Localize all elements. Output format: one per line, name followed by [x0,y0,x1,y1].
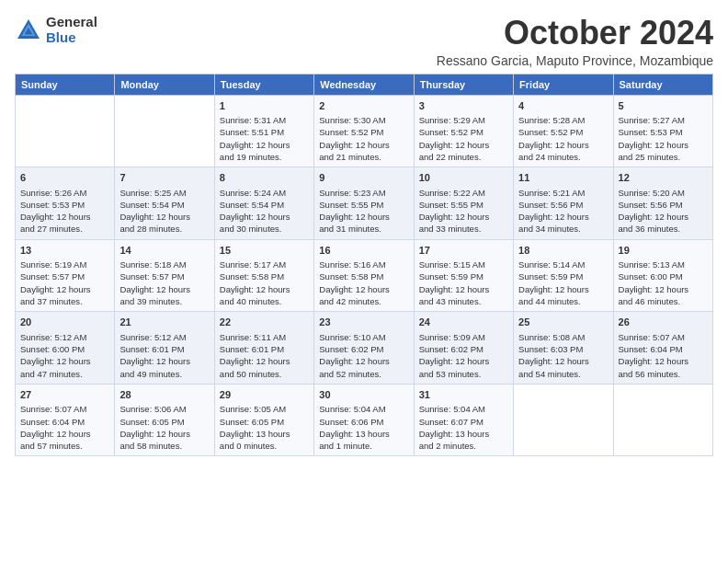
logo-general-label: General [46,15,97,30]
col-friday: Friday [514,74,613,95]
cell-w4-d6: 25Sunrise: 5:08 AM Sunset: 6:03 PM Dayli… [514,312,613,385]
week-row-4: 20Sunrise: 5:12 AM Sunset: 6:00 PM Dayli… [16,312,713,385]
day-number: 14 [119,244,209,258]
cell-w3-d6: 18Sunrise: 5:14 AM Sunset: 5:59 PM Dayli… [514,239,613,312]
cell-info: Sunrise: 5:18 AM Sunset: 5:57 PM Dayligh… [119,259,209,307]
calendar-body: 1Sunrise: 5:31 AM Sunset: 5:51 PM Daylig… [16,95,713,456]
cell-info: Sunrise: 5:27 AM Sunset: 5:53 PM Dayligh… [619,114,708,163]
cell-w2-d4: 9Sunrise: 5:23 AM Sunset: 5:55 PM Daylig… [314,167,414,240]
cell-w3-d5: 17Sunrise: 5:15 AM Sunset: 5:59 PM Dayli… [414,239,513,312]
cell-info: Sunrise: 5:20 AM Sunset: 5:56 PM Dayligh… [619,187,708,236]
col-sunday: Sunday [16,74,115,95]
cell-info: Sunrise: 5:31 AM Sunset: 5:51 PM Dayligh… [220,114,309,163]
week-row-3: 13Sunrise: 5:19 AM Sunset: 5:57 PM Dayli… [16,239,713,312]
day-number: 25 [518,316,608,329]
cell-info: Sunrise: 5:29 AM Sunset: 5:52 PM Dayligh… [419,114,508,163]
cell-w5-d2: 28Sunrise: 5:06 AM Sunset: 6:05 PM Dayli… [115,384,214,456]
logo-blue-label: Blue [46,30,97,46]
cell-info: Sunrise: 5:04 AM Sunset: 6:07 PM Dayligh… [419,403,508,452]
day-number: 24 [419,316,508,329]
cell-info: Sunrise: 5:12 AM Sunset: 6:00 PM Dayligh… [20,331,109,380]
cell-info: Sunrise: 5:10 AM Sunset: 6:02 PM Dayligh… [319,331,408,380]
day-number: 21 [119,316,209,329]
cell-info: Sunrise: 5:30 AM Sunset: 5:52 PM Dayligh… [319,114,408,163]
cell-info: Sunrise: 5:28 AM Sunset: 5:52 PM Dayligh… [518,114,608,163]
day-number: 7 [119,171,209,185]
cell-info: Sunrise: 5:19 AM Sunset: 5:57 PM Dayligh… [20,259,109,307]
cell-info: Sunrise: 5:07 AM Sunset: 6:04 PM Dayligh… [619,331,708,380]
cell-w2-d3: 8Sunrise: 5:24 AM Sunset: 5:54 PM Daylig… [214,167,313,240]
day-number: 31 [419,388,508,402]
cell-w5-d1: 27Sunrise: 5:07 AM Sunset: 6:04 PM Dayli… [16,384,115,456]
cell-info: Sunrise: 5:13 AM Sunset: 6:00 PM Dayligh… [619,259,708,307]
cell-w4-d7: 26Sunrise: 5:07 AM Sunset: 6:04 PM Dayli… [613,312,712,385]
cell-w4-d1: 20Sunrise: 5:12 AM Sunset: 6:00 PM Dayli… [16,312,115,385]
cell-w2-d1: 6Sunrise: 5:26 AM Sunset: 5:53 PM Daylig… [16,167,115,240]
cell-w2-d6: 11Sunrise: 5:21 AM Sunset: 5:56 PM Dayli… [514,167,613,240]
cell-w1-d3: 1Sunrise: 5:31 AM Sunset: 5:51 PM Daylig… [214,95,313,167]
cell-info: Sunrise: 5:15 AM Sunset: 5:59 PM Dayligh… [419,259,508,307]
calendar-table: Sunday Monday Tuesday Wednesday Thursday… [15,74,713,457]
cell-w2-d2: 7Sunrise: 5:25 AM Sunset: 5:54 PM Daylig… [115,167,214,240]
day-number: 2 [319,99,408,113]
title-block: October 2024 Ressano Garcia, Maputo Prov… [437,15,713,68]
day-number: 15 [220,244,309,258]
cell-info: Sunrise: 5:04 AM Sunset: 6:06 PM Dayligh… [319,403,408,452]
cell-info: Sunrise: 5:07 AM Sunset: 6:04 PM Dayligh… [20,403,109,452]
week-row-1: 1Sunrise: 5:31 AM Sunset: 5:51 PM Daylig… [16,95,713,167]
day-number: 3 [419,99,508,113]
cell-info: Sunrise: 5:24 AM Sunset: 5:54 PM Dayligh… [220,187,309,236]
logo-icon [15,17,42,44]
cell-w5-d3: 29Sunrise: 5:05 AM Sunset: 6:05 PM Dayli… [214,384,313,456]
cell-w3-d2: 14Sunrise: 5:18 AM Sunset: 5:57 PM Dayli… [115,239,214,312]
cell-w1-d2 [115,95,214,167]
cell-info: Sunrise: 5:11 AM Sunset: 6:01 PM Dayligh… [220,331,309,380]
cell-info: Sunrise: 5:05 AM Sunset: 6:05 PM Dayligh… [220,403,309,452]
cell-info: Sunrise: 5:16 AM Sunset: 5:58 PM Dayligh… [319,259,408,307]
col-tuesday: Tuesday [214,74,313,95]
logo-text: General Blue [46,15,97,45]
day-number: 12 [619,171,708,185]
month-title: October 2024 [437,15,713,52]
week-row-5: 27Sunrise: 5:07 AM Sunset: 6:04 PM Dayli… [16,384,713,456]
cell-info: Sunrise: 5:08 AM Sunset: 6:03 PM Dayligh… [518,331,608,380]
cell-w2-d7: 12Sunrise: 5:20 AM Sunset: 5:56 PM Dayli… [613,167,712,240]
day-number: 1 [220,99,309,113]
cell-w3-d3: 15Sunrise: 5:17 AM Sunset: 5:58 PM Dayli… [214,239,313,312]
day-number: 27 [20,388,109,402]
cell-info: Sunrise: 5:12 AM Sunset: 6:01 PM Dayligh… [119,331,209,380]
day-number: 29 [220,388,309,402]
cell-info: Sunrise: 5:22 AM Sunset: 5:55 PM Dayligh… [419,187,508,236]
cell-info: Sunrise: 5:21 AM Sunset: 5:56 PM Dayligh… [518,187,608,236]
cell-w1-d6: 4Sunrise: 5:28 AM Sunset: 5:52 PM Daylig… [514,95,613,167]
day-number: 8 [220,171,309,185]
col-saturday: Saturday [613,74,712,95]
cell-info: Sunrise: 5:06 AM Sunset: 6:05 PM Dayligh… [119,403,209,452]
page-header: General Blue October 2024 Ressano Garcia… [15,15,713,68]
cell-info: Sunrise: 5:26 AM Sunset: 5:53 PM Dayligh… [20,187,109,236]
cell-w3-d4: 16Sunrise: 5:16 AM Sunset: 5:58 PM Dayli… [314,239,414,312]
location-subtitle: Ressano Garcia, Maputo Province, Mozambi… [437,53,713,68]
cell-info: Sunrise: 5:25 AM Sunset: 5:54 PM Dayligh… [119,187,209,236]
day-number: 19 [619,244,708,258]
cell-w5-d7 [613,384,712,456]
day-number: 26 [619,316,708,329]
day-number: 17 [419,244,508,258]
cell-info: Sunrise: 5:17 AM Sunset: 5:58 PM Dayligh… [220,259,309,307]
cell-w4-d5: 24Sunrise: 5:09 AM Sunset: 6:02 PM Dayli… [414,312,513,385]
cell-info: Sunrise: 5:23 AM Sunset: 5:55 PM Dayligh… [319,187,408,236]
logo: General Blue [15,15,97,45]
day-number: 4 [518,99,608,113]
day-number: 11 [518,171,608,185]
day-number: 5 [619,99,708,113]
cell-info: Sunrise: 5:14 AM Sunset: 5:59 PM Dayligh… [518,259,608,307]
cell-w1-d1 [16,95,115,167]
day-number: 28 [119,388,209,402]
header-row: Sunday Monday Tuesday Wednesday Thursday… [16,74,713,95]
week-row-2: 6Sunrise: 5:26 AM Sunset: 5:53 PM Daylig… [16,167,713,240]
cell-w5-d5: 31Sunrise: 5:04 AM Sunset: 6:07 PM Dayli… [414,384,513,456]
day-number: 30 [319,388,408,402]
day-number: 13 [20,244,109,258]
cell-w1-d5: 3Sunrise: 5:29 AM Sunset: 5:52 PM Daylig… [414,95,513,167]
col-wednesday: Wednesday [314,74,414,95]
